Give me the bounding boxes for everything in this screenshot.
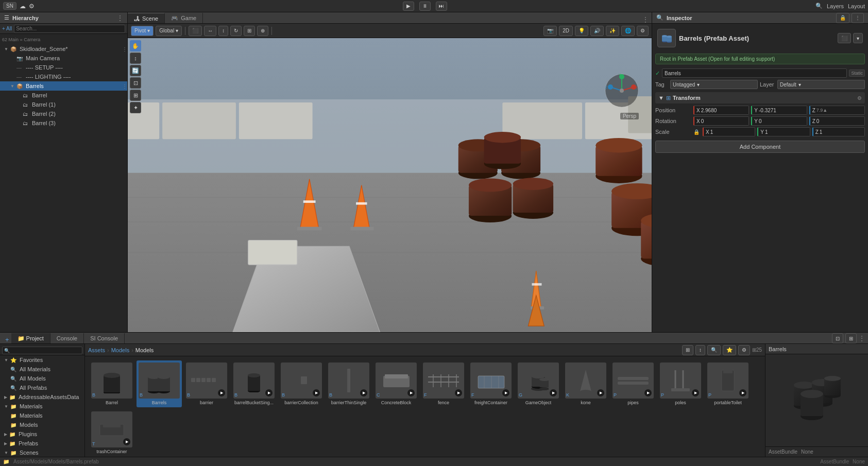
project-item-addressable[interactable]: ▶ 📁 AddressableAssetsData: [0, 392, 84, 402]
project-item-models[interactable]: 📁 Models: [0, 420, 84, 429]
gizmo-btn[interactable]: ⚙: [637, 26, 649, 36]
tool-move[interactable]: ⬛: [189, 26, 202, 36]
layer-dropdown[interactable]: Default ▾: [777, 80, 865, 89]
hierarchy-add-btn[interactable]: + All: [2, 26, 12, 31]
proj-sort-btn[interactable]: ↕: [695, 345, 705, 355]
tool-scale[interactable]: ↻: [230, 26, 242, 36]
project-item-favorites[interactable]: ▼ ⭐ Favorites: [0, 355, 84, 365]
project-item-scenes[interactable]: ▼ 📁 Scenes: [0, 448, 84, 457]
tool-move2[interactable]: ↕: [130, 53, 141, 64]
asset-tile-barrels[interactable]: B Barrels: [137, 360, 182, 407]
asset-tile-poles[interactable]: ▶ P poles: [658, 360, 703, 407]
project-search-input[interactable]: [2, 347, 82, 354]
inspector-open-btn[interactable]: ⬛: [838, 33, 851, 43]
scale-y-field[interactable]: Y 1: [757, 127, 810, 136]
toilet-play-icon[interactable]: ▶: [739, 389, 746, 396]
pause-button[interactable]: ⏸: [419, 2, 431, 11]
cloud-icon[interactable]: ☁: [20, 3, 26, 10]
tab-console[interactable]: Console: [50, 333, 84, 343]
proj-filter-btn[interactable]: 🔍: [707, 345, 721, 355]
barrel-bucket-play-icon[interactable]: ▶: [265, 389, 273, 396]
trash-play-icon[interactable]: ▶: [123, 438, 130, 445]
proj-settings-btn[interactable]: ⚙: [738, 345, 750, 355]
tab-game[interactable]: 🎮 Game: [165, 13, 203, 23]
barrier-col-play-icon[interactable]: ▶: [313, 389, 320, 396]
hierarchy-item-camera[interactable]: 📷 Main Camera: [0, 54, 127, 63]
project-item-prefabs[interactable]: ▶ 📁 Prefabs: [0, 439, 84, 448]
fx-btn[interactable]: ✨: [606, 26, 619, 36]
scale-x-field[interactable]: X 1: [703, 127, 755, 136]
asset-tile-barrel[interactable]: B Barrel: [89, 360, 134, 407]
skybox-btn[interactable]: 🌐: [621, 26, 635, 36]
hierarchy-item-barrel3[interactable]: 🗂 Barrel (3): [0, 118, 127, 128]
asset-tile-trash[interactable]: ▶ T trashContainer: [89, 409, 134, 456]
project-item-plugins[interactable]: ▶ 📁 Plugins: [0, 429, 84, 439]
asset-tile-kone[interactable]: ▶ K kone: [563, 360, 608, 407]
rotation-y-field[interactable]: Y 0: [751, 116, 807, 126]
tool-transform[interactable]: ⊕: [257, 26, 268, 36]
collapse-btn[interactable]: ⊡: [832, 333, 843, 343]
inspector-more-btn[interactable]: ⋮: [852, 13, 864, 23]
bottom-add-btn[interactable]: +: [3, 336, 11, 343]
asset-tile-barrel-bucket[interactable]: ▶ B barrelBucketSing...: [231, 360, 277, 407]
freight-play-icon[interactable]: ▶: [502, 389, 509, 396]
asset-tile-concrete[interactable]: ▶ C ConcreteBlock: [373, 360, 419, 407]
camera-settings-btn[interactable]: 📷: [543, 26, 557, 36]
gameobj-play-icon[interactable]: ▶: [550, 389, 557, 396]
tool-rotate2[interactable]: 🔄: [130, 65, 141, 76]
project-item-materials[interactable]: ▼ 📁 Materials: [0, 402, 84, 411]
asset-tile-barrier-col[interactable]: ▶ B barrierCollection: [279, 360, 324, 407]
hierarchy-item-lighting[interactable]: — ---- LIGHTING ----: [0, 72, 127, 81]
barrier-play-icon[interactable]: ▶: [218, 389, 225, 396]
expand-btn[interactable]: ⊞: [845, 333, 857, 343]
transform-section-header[interactable]: ▼ ⊞ Transform ⚙: [655, 92, 865, 103]
position-y-field[interactable]: Y -0.3271: [751, 106, 807, 115]
scene-view[interactable]: + Y X Z: [128, 38, 652, 332]
poles-play-icon[interactable]: ▶: [692, 389, 699, 396]
tool-rect[interactable]: ⊞: [244, 26, 255, 36]
scale-lock-icon[interactable]: 🔒: [693, 129, 700, 135]
name-field[interactable]: Barrels: [662, 68, 847, 78]
asset-tile-freight[interactable]: ▶ F freightContainer: [468, 360, 514, 407]
bottom-more-icon[interactable]: ⋮: [859, 335, 865, 342]
breadcrumb-assets[interactable]: Assets: [88, 347, 105, 353]
tool-custom[interactable]: ✦: [130, 102, 141, 113]
transform-options-icon[interactable]: ⚙: [857, 95, 862, 101]
project-item-all-materials[interactable]: 🔍 All Materials: [0, 365, 84, 374]
asset-tile-barrier[interactable]: ▶ B barrier: [184, 360, 229, 407]
asset-tile-pipes[interactable]: ▶ P pipes: [610, 360, 656, 407]
light-btn[interactable]: 💡: [575, 26, 588, 36]
hierarchy-item-barrel[interactable]: 🗂 Barrel: [0, 91, 127, 100]
tab-si-console[interactable]: SI Console: [84, 333, 125, 343]
step-button[interactable]: ⏭: [436, 2, 447, 11]
hierarchy-search-input[interactable]: [14, 25, 125, 33]
search-icon-top[interactable]: 🔍: [815, 3, 823, 9]
position-z-field[interactable]: Z 7.9▲: [809, 106, 865, 115]
scale-z-field[interactable]: Z 1: [812, 127, 865, 136]
hierarchy-item-barrel1[interactable]: 🗂 Barrel (1): [0, 100, 127, 109]
barrels-item-menu[interactable]: ⋮: [122, 83, 127, 89]
layout-label[interactable]: Layout: [848, 3, 865, 9]
project-item-materials-sub[interactable]: 📁 Materials: [0, 411, 84, 420]
tag-dropdown[interactable]: Untagged ▾: [670, 80, 758, 89]
position-x-field[interactable]: X 2.9680: [693, 106, 749, 115]
tool-scale2[interactable]: ⊡: [130, 77, 141, 89]
asset-tile-fence[interactable]: ▶ F fence: [421, 360, 466, 407]
tool-rect2[interactable]: ⊞: [130, 90, 141, 101]
tab-project[interactable]: 📁 Project: [11, 333, 50, 343]
inspector-more2-btn[interactable]: ▾: [853, 33, 863, 43]
add-component-button[interactable]: Add Component: [655, 141, 865, 153]
play-button[interactable]: ▶: [403, 2, 414, 11]
hierarchy-item-barrels[interactable]: ▼ 📦 Barrels ⋮: [0, 81, 127, 91]
project-item-all-prefabs[interactable]: 🔍 All Prefabs: [0, 383, 84, 392]
asset-tile-barrier-thin[interactable]: ▶ B barrierThinSingle: [326, 360, 371, 407]
scene-item-menu[interactable]: ⋮: [122, 46, 127, 52]
scene-more-icon[interactable]: ⋮: [642, 16, 649, 23]
barrier-thin-play-icon[interactable]: ▶: [360, 389, 367, 396]
rotation-z-field[interactable]: Z 0: [809, 116, 865, 126]
tab-scene[interactable]: 🏞 Scene: [128, 13, 165, 23]
breadcrumb-models[interactable]: Models: [111, 347, 129, 353]
pivot-button[interactable]: Pivot ▾: [131, 26, 154, 36]
fence-play-icon[interactable]: ▶: [455, 389, 462, 396]
audio-btn[interactable]: 🔊: [590, 26, 604, 36]
